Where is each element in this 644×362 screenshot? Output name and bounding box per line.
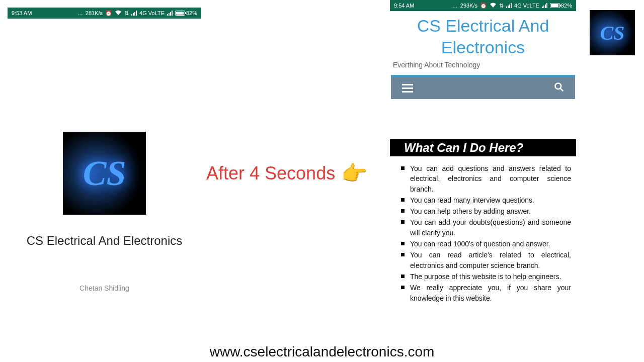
logo-text: CS xyxy=(63,132,146,215)
signal-icon-2 xyxy=(542,3,547,8)
splash-title: CS Electrical And Electronics xyxy=(27,234,182,248)
battery-percent: 82% xyxy=(561,3,572,9)
pointing-hand-icon: 👉 xyxy=(341,161,367,186)
wifi-icon xyxy=(490,3,497,9)
list-item: You can add questions and answers relate… xyxy=(401,163,571,194)
status-bar: 9:53 AM … 281K/s ⏰ ⇅ 4G VoLTE 82% xyxy=(8,8,201,19)
status-dots: … xyxy=(452,3,458,9)
data-arrows-icon: ⇅ xyxy=(499,3,504,9)
app-logo: CS xyxy=(63,132,146,215)
site-title[interactable]: CS Electrical And Electronics xyxy=(390,15,576,58)
signal-icon xyxy=(506,3,512,8)
status-time: 9:53 AM xyxy=(12,10,32,16)
status-speed: 281K/s xyxy=(86,10,103,16)
data-arrows-icon: ⇅ xyxy=(124,10,129,17)
status-bar: 9:54 AM … 293K/s ⏰ ⇅ 4G VoLTE 82% xyxy=(390,0,576,11)
status-speed: 293K/s xyxy=(460,3,477,9)
list-item: You can read article's related to electr… xyxy=(401,250,571,270)
status-time: 9:54 AM xyxy=(394,3,414,9)
list-item: You can read 1000's of question and answ… xyxy=(401,239,571,249)
status-dots: … xyxy=(77,10,83,16)
hamburger-menu-icon[interactable] xyxy=(402,84,413,93)
feature-list: You can add questions and answers relate… xyxy=(390,163,576,303)
corner-logo: CS xyxy=(590,10,635,55)
splash-content: CS CS Electrical And Electronics Chetan … xyxy=(8,19,201,292)
battery-percent: 82% xyxy=(186,10,197,16)
list-item: You can add your doubts(questions) and s… xyxy=(401,217,571,238)
signal-icon-2 xyxy=(167,11,173,16)
footer-url: www.cselectricalandelectronics.com xyxy=(210,344,435,360)
logo-text: CS xyxy=(590,10,635,55)
wifi-icon xyxy=(115,10,122,16)
transition-annotation: After 4 Seconds 👉 xyxy=(206,161,367,186)
signal-icon xyxy=(131,11,137,16)
list-item: You can read many interview questions. xyxy=(401,195,571,205)
section-heading: What Can I Do Here? xyxy=(390,139,576,156)
splash-author: Chetan Shidling xyxy=(79,284,129,292)
list-item: We really appreciate you, if you share y… xyxy=(401,283,571,303)
alarm-icon: ⏰ xyxy=(105,10,112,17)
status-network: 4G VoLTE xyxy=(514,3,539,9)
list-item: The purpose of this website is to help e… xyxy=(401,272,571,282)
svg-line-1 xyxy=(560,88,564,92)
phone-splash-screen: 9:53 AM … 281K/s ⏰ ⇅ 4G VoLTE 82% CS CS … xyxy=(8,8,201,339)
navbar xyxy=(391,75,575,99)
alarm-icon: ⏰ xyxy=(480,3,487,9)
list-item: You can help others by adding answer. xyxy=(401,206,571,216)
status-network: 4G VoLTE xyxy=(139,10,165,16)
annotation-text: After 4 Seconds xyxy=(206,163,335,184)
battery-indicator: 82% xyxy=(175,10,197,16)
site-tagline: Everthing About Technology xyxy=(390,58,576,75)
svg-point-0 xyxy=(555,83,561,89)
phone-website-screen: 9:54 AM … 293K/s ⏰ ⇅ 4G VoLTE 82% CS Ele… xyxy=(390,0,576,304)
battery-indicator: 82% xyxy=(550,3,572,9)
search-icon[interactable] xyxy=(554,82,564,94)
